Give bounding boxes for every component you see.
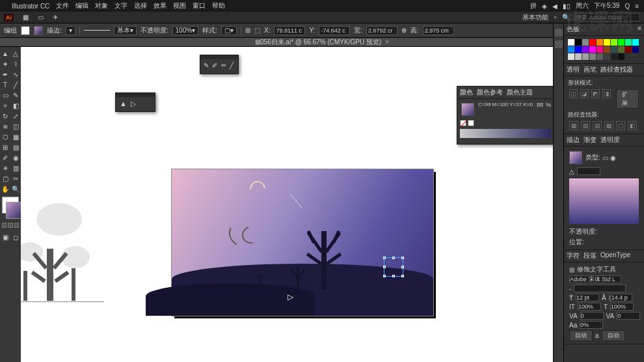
font-style-field[interactable] xyxy=(574,285,626,292)
h-field[interactable] xyxy=(423,26,454,35)
swatch[interactable] xyxy=(625,46,632,53)
brush1-icon[interactable]: ✎ xyxy=(204,62,209,68)
brush2-icon[interactable]: ✐ xyxy=(212,62,217,68)
pen-tool[interactable]: ✒ xyxy=(0,69,10,79)
swatch[interactable] xyxy=(618,39,624,46)
transparency-tab[interactable]: 透明度 xyxy=(600,135,620,145)
size-field[interactable] xyxy=(576,294,599,301)
color-panel[interactable]: 颜色 颜色参考 颜色主题 C=99 M=100 Y=37 K=0 88 % xyxy=(457,86,553,145)
stroke-swatch[interactable] xyxy=(34,26,43,35)
radial-icon[interactable]: ◉ xyxy=(610,154,616,161)
swatches-grid[interactable] xyxy=(567,38,641,61)
menu-type[interactable]: 文字 xyxy=(114,1,127,10)
swatch[interactable] xyxy=(611,39,617,46)
brush4-icon[interactable]: ╱ xyxy=(230,62,235,68)
eyedrop-tool[interactable]: ✐ xyxy=(0,152,10,163)
screen-mode[interactable]: ▣ xyxy=(0,232,10,242)
minusback-icon[interactable]: ◧ xyxy=(628,121,637,130)
hscale-field[interactable] xyxy=(610,303,634,311)
gradient-tab[interactable]: 渐变 xyxy=(584,135,597,145)
stroke-tab[interactable]: 描边 xyxy=(567,135,580,145)
swatch[interactable] xyxy=(611,53,617,60)
auto1-button[interactable]: 自动 xyxy=(569,330,593,341)
expand-button[interactable]: 扩展 xyxy=(616,89,639,109)
crop-icon[interactable]: ▩ xyxy=(604,121,613,130)
swatch[interactable] xyxy=(604,53,610,60)
swatch[interactable] xyxy=(597,39,603,46)
divide-icon[interactable]: ▦ xyxy=(569,121,578,130)
scale-tool[interactable]: ⤢ xyxy=(10,111,21,121)
shaper-tool[interactable]: ✧ xyxy=(0,100,10,111)
swatch[interactable] xyxy=(597,53,603,60)
arrow-line[interactable] xyxy=(289,193,302,209)
swatch[interactable] xyxy=(611,46,617,53)
spotlight-icon[interactable]: Q xyxy=(624,3,630,10)
sel-arrow-icon[interactable]: ▲ xyxy=(120,100,127,108)
lasso-tool[interactable]: ⌇ xyxy=(10,59,21,69)
menu-help[interactable]: 帮助 xyxy=(212,1,225,10)
swatch[interactable] xyxy=(589,53,596,60)
free-trans-tool[interactable]: ◫ xyxy=(10,121,21,132)
x-field[interactable] xyxy=(274,26,305,35)
vscale-field[interactable] xyxy=(578,303,601,311)
shape-builder-tool[interactable]: ⬡ xyxy=(0,132,10,142)
character-tab[interactable]: 字符 xyxy=(567,251,580,260)
menu-effect[interactable]: 效果 xyxy=(154,1,167,10)
brush-def[interactable]: 基本▾ xyxy=(114,26,137,35)
font-field[interactable] xyxy=(569,275,621,283)
artboard[interactable]: ▷ xyxy=(172,169,433,316)
intersect-icon[interactable]: ◩ xyxy=(591,89,600,98)
swatch[interactable] xyxy=(568,53,574,60)
transform-icon[interactable]: ⬚ xyxy=(254,27,260,34)
exclude-icon[interactable]: ◨ xyxy=(602,89,611,98)
search-icon[interactable]: 🔍 xyxy=(562,14,570,21)
color-guide-tab[interactable]: 颜色参考 xyxy=(477,88,503,97)
direct-arrow-icon[interactable]: ▷ xyxy=(131,100,136,108)
tree-3[interactable] xyxy=(260,273,262,290)
color-theme-tab[interactable]: 颜色主题 xyxy=(507,88,533,97)
swatch[interactable] xyxy=(575,53,582,60)
close-tab-icon[interactable]: × xyxy=(385,38,389,46)
menu-select[interactable]: 选择 xyxy=(134,1,147,10)
white-swatch[interactable] xyxy=(468,120,474,126)
wand-tool[interactable]: ✦ xyxy=(0,59,10,69)
menu-window[interactable]: 窗口 xyxy=(193,1,206,10)
graph-tool[interactable]: ▥ xyxy=(10,163,21,173)
screen-mode2[interactable]: ◻ xyxy=(10,232,21,242)
kerning-field[interactable] xyxy=(580,312,604,320)
fill-swatch[interactable] xyxy=(21,26,30,35)
perspective-tool[interactable]: ▦ xyxy=(10,132,21,142)
swatch[interactable] xyxy=(568,39,574,46)
brush-preview[interactable] xyxy=(84,30,110,31)
auto2-button[interactable]: 自动 xyxy=(602,330,625,341)
brush3-icon[interactable]: ✏ xyxy=(221,62,226,68)
selection-tool[interactable]: ▲ xyxy=(0,48,10,59)
style-field[interactable]: ▢▾ xyxy=(221,26,237,35)
curve-tool[interactable]: ∿ xyxy=(10,69,21,79)
swatch[interactable] xyxy=(582,46,589,53)
direct-select-tool[interactable]: △ xyxy=(10,48,21,59)
link-icon[interactable]: ⊗ xyxy=(401,27,407,34)
y-field[interactable] xyxy=(319,26,350,35)
panel-icon[interactable] xyxy=(555,29,563,36)
swatch[interactable] xyxy=(618,53,624,60)
swatch[interactable] xyxy=(625,39,632,46)
reference-object[interactable] xyxy=(21,203,105,307)
gradient-mode[interactable] xyxy=(8,223,12,228)
opacity-field[interactable]: 100%▾ xyxy=(172,26,199,35)
none-mode[interactable] xyxy=(14,223,19,228)
hand-tool[interactable]: ✋ xyxy=(0,184,10,194)
menu-file[interactable]: 文件 xyxy=(56,1,69,10)
minus-icon[interactable]: ◪ xyxy=(580,89,589,98)
eraser-tool[interactable]: ◧ xyxy=(10,100,21,111)
arrange-icon[interactable]: ▭ xyxy=(38,14,44,21)
notif-icon[interactable]: ≡ xyxy=(635,3,639,10)
bridge-icon[interactable]: ▦ xyxy=(23,14,29,21)
w-field[interactable] xyxy=(366,26,397,35)
menu-object[interactable]: 对象 xyxy=(95,1,108,10)
color-tab[interactable]: 颜色 xyxy=(460,88,473,97)
panel-menu-icon[interactable]: ≡ xyxy=(637,25,641,34)
rotate-tool[interactable]: ↻ xyxy=(0,111,10,121)
swatch[interactable] xyxy=(582,53,589,60)
outline-icon[interactable]: ▢ xyxy=(616,121,625,130)
